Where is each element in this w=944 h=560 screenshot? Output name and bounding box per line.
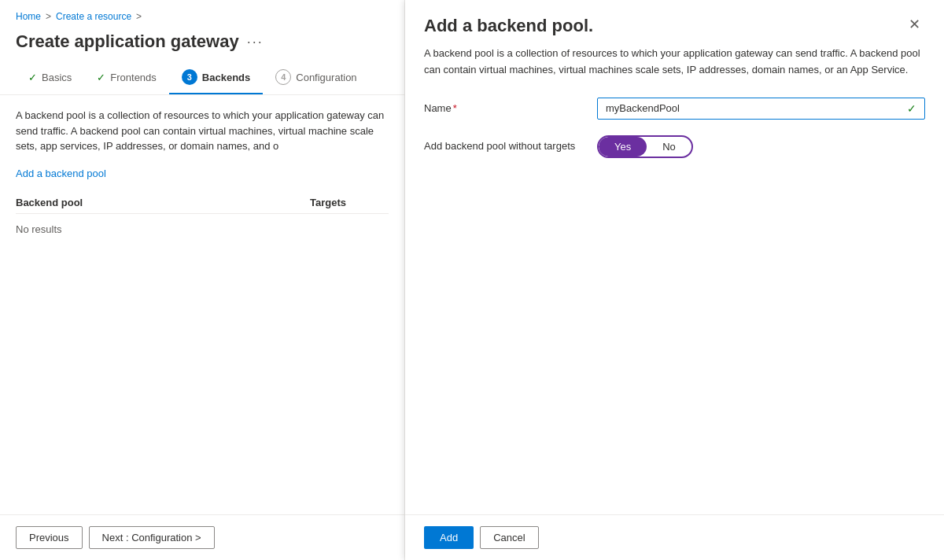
- previous-button[interactable]: Previous: [16, 526, 83, 549]
- yes-no-toggle: Yes No: [597, 135, 693, 158]
- basics-check-icon: ✓: [28, 72, 37, 83]
- page-title: Create application gateway: [16, 31, 239, 52]
- name-form-row: Name* myBackendPool ✓: [424, 98, 925, 120]
- name-input-value: myBackendPool: [606, 102, 680, 114]
- col-targets-header: Targets: [310, 197, 389, 208]
- toggle-label: Add backend pool without targets: [424, 135, 581, 152]
- name-input-display[interactable]: myBackendPool ✓: [597, 98, 925, 120]
- tab-backends[interactable]: 3 Backends: [169, 61, 263, 94]
- page-title-row: Create application gateway ···: [0, 28, 404, 61]
- tab-basics-label: Basics: [42, 72, 72, 83]
- toggle-control-wrap: Yes No: [597, 135, 925, 158]
- tab-basics[interactable]: ✓ Basics: [16, 64, 84, 93]
- tab-configuration[interactable]: 4 Configuration: [263, 61, 369, 94]
- tabs-bar: ✓ Basics ✓ Frontends 3 Backends 4 Config…: [0, 61, 404, 95]
- toggle-yes-button[interactable]: Yes: [599, 137, 647, 157]
- left-content: A backend pool is a collection of resour…: [0, 95, 404, 514]
- breadcrumb: Home > Create a resource >: [0, 0, 404, 28]
- configuration-badge: 4: [275, 69, 291, 85]
- left-footer: Previous Next : Configuration >: [0, 514, 404, 560]
- add-button[interactable]: Add: [424, 526, 474, 549]
- frontends-check-icon: ✓: [97, 72, 105, 83]
- backends-badge: 3: [182, 69, 197, 85]
- name-control-wrap: myBackendPool ✓: [597, 98, 925, 120]
- cancel-button[interactable]: Cancel: [480, 526, 538, 549]
- flyout-header: Add a backend pool. ✕: [405, 0, 944, 46]
- name-label: Name*: [424, 98, 581, 114]
- add-backend-pool-link[interactable]: Add a backend pool: [16, 168, 106, 179]
- col-pool-header: Backend pool: [16, 197, 310, 208]
- tab-frontends-label: Frontends: [110, 72, 157, 83]
- table-header: Backend pool Targets: [16, 192, 389, 214]
- backends-description: A backend pool is a collection of resour…: [16, 108, 389, 154]
- breadcrumb-home[interactable]: Home: [16, 11, 41, 22]
- more-options-icon[interactable]: ···: [247, 34, 264, 50]
- flyout-close-button[interactable]: ✕: [904, 16, 925, 33]
- flyout-footer: Add Cancel: [405, 514, 944, 560]
- breadcrumb-sep2: >: [136, 11, 142, 22]
- flyout-title: Add a backend pool.: [424, 16, 593, 36]
- left-panel: Home > Create a resource > Create applic…: [0, 0, 405, 560]
- breadcrumb-sep1: >: [46, 11, 51, 22]
- table-empty-message: No results: [16, 214, 389, 245]
- toggle-no-button[interactable]: No: [647, 137, 691, 157]
- tab-frontends[interactable]: ✓ Frontends: [84, 64, 169, 93]
- toggle-form-row: Add backend pool without targets Yes No: [424, 135, 925, 158]
- flyout-panel: Add a backend pool. ✕ A backend pool is …: [405, 0, 944, 560]
- tab-backends-label: Backends: [202, 72, 250, 83]
- flyout-content: A backend pool is a collection of resour…: [405, 46, 944, 514]
- next-button[interactable]: Next : Configuration >: [89, 526, 215, 549]
- tab-configuration-label: Configuration: [296, 72, 356, 83]
- name-check-icon: ✓: [907, 102, 916, 115]
- breadcrumb-create-resource[interactable]: Create a resource: [56, 11, 131, 22]
- flyout-description: A backend pool is a collection of resour…: [424, 46, 925, 79]
